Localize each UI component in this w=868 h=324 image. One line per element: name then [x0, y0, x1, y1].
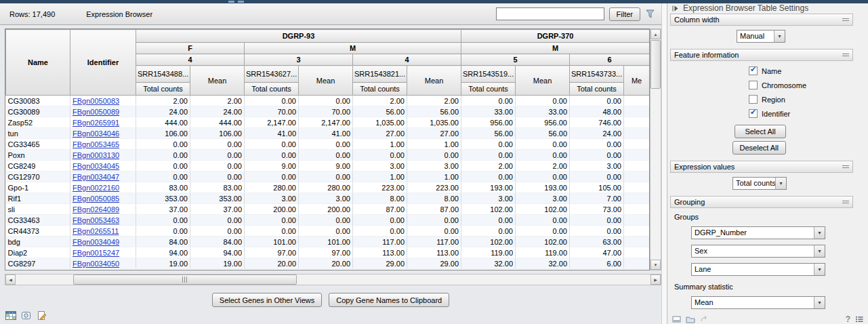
select-genes-button[interactable]: Select Genes in Other Views: [212, 293, 322, 307]
identifier-link[interactable]: FBgn0050083: [73, 97, 119, 105]
scroll-down-icon[interactable]: ▼: [650, 260, 661, 270]
total-counts-subheader[interactable]: Total counts: [570, 83, 624, 96]
saved-settings-folder-icon[interactable]: [686, 315, 695, 323]
checkbox-name[interactable]: ✔: [749, 66, 758, 75]
horizontal-scrollbar[interactable]: ◀ ▶: [5, 274, 661, 285]
table-row[interactable]: CG12970FBgn00340470.000.000.000.001.001.…: [6, 171, 650, 182]
table-row[interactable]: Gpo-1FBgn002216083.0083.00280.00280.0022…: [6, 182, 650, 193]
table-row[interactable]: CG33463FBgn00534630.000.000.000.000.000.…: [6, 215, 650, 226]
column-header-name[interactable]: Name: [6, 30, 70, 96]
table-row[interactable]: CG8297FBgn003405019.0019.0020.0020.0029.…: [6, 258, 650, 269]
feature-information-section-bar[interactable]: Feature information: [670, 49, 853, 61]
identifier-link[interactable]: FBgn0022160: [73, 184, 119, 192]
total-counts-subheader[interactable]: Total counts: [353, 83, 407, 96]
sample-column-header[interactable]: SRR1543627...: [245, 66, 299, 83]
group-header[interactable]: DGRP-370: [461, 30, 650, 43]
identifier-link[interactable]: FBgn0034045: [73, 162, 119, 170]
feature-checkbox-row[interactable]: ✔Identifier: [749, 106, 853, 121]
identifier-link[interactable]: FBgn0034046: [73, 129, 119, 138]
scroll-right-icon[interactable]: ▶: [650, 275, 661, 285]
panel-list-icon[interactable]: [855, 315, 863, 323]
filter-settings-icon[interactable]: [645, 9, 655, 19]
collapse-section-icon[interactable]: [842, 201, 849, 204]
total-counts-subheader[interactable]: Total counts: [461, 83, 516, 96]
table-row[interactable]: PoxnFBgn00031300.000.000.000.000.000.000…: [6, 150, 650, 161]
table-row[interactable]: bdgFBgn003404984.0084.00101.00101.00117.…: [6, 237, 650, 247]
checkbox-region[interactable]: [749, 95, 758, 104]
sex-header[interactable]: F: [136, 43, 245, 54]
lane-header[interactable]: 6: [570, 54, 650, 66]
edit-notes-icon[interactable]: [37, 310, 47, 321]
column-width-section-bar[interactable]: Column width: [670, 14, 853, 26]
identifier-link[interactable]: FBgn0053465: [73, 140, 119, 148]
table-row[interactable]: CG30083FBgn00500832.002.000.000.002.002.…: [6, 96, 650, 106]
table-row[interactable]: Zasp52FBgn0265991444.00444.002,147.002,1…: [6, 117, 650, 128]
lane-header[interactable]: 3: [245, 54, 353, 66]
table-row[interactable]: Rif1FBgn0050085353.00353.003.003.008.008…: [6, 193, 650, 204]
identifier-link[interactable]: FBgn0265511: [73, 227, 119, 235]
table-row[interactable]: CG33465FBgn00534650.000.000.000.001.001.…: [6, 139, 650, 150]
sex-header[interactable]: M: [245, 43, 461, 54]
copy-gene-names-button[interactable]: Copy Gene Names to Clipboard: [329, 293, 449, 307]
identifier-link[interactable]: FBgn0053463: [73, 216, 119, 224]
identifier-link[interactable]: FBgn0050089: [73, 108, 119, 116]
overview-icon[interactable]: [21, 310, 32, 321]
lane-header[interactable]: 4: [136, 54, 245, 66]
sample-column-header[interactable]: SRR1543821...: [353, 66, 407, 83]
identifier-link[interactable]: FBgn0034050: [73, 260, 119, 268]
column-width-select[interactable]: Manual ▾: [737, 30, 785, 43]
lane-header[interactable]: 4: [353, 54, 461, 66]
table-row[interactable]: CG8249FBgn00340450.000.009.009.003.003.0…: [6, 161, 650, 171]
mean-column-header[interactable]: Mean: [190, 66, 245, 96]
mean-column-header[interactable]: Mean: [299, 66, 353, 96]
table-row[interactable]: sliFBgn026408937.0037.00200.00200.0087.0…: [6, 204, 650, 215]
grouping-select[interactable]: Lane▾: [691, 263, 825, 276]
identifier-link[interactable]: FBgn0034049: [73, 238, 119, 246]
mean-column-header[interactable]: Me: [624, 66, 650, 96]
expression-values-select[interactable]: Total counts ▾: [732, 177, 787, 190]
table-row[interactable]: tunFBgn0034046106.00106.0041.0041.0027.0…: [6, 128, 650, 139]
total-counts-subheader[interactable]: Total counts: [245, 83, 299, 96]
expression-values-section-bar[interactable]: Expression values: [670, 161, 853, 173]
help-icon[interactable]: ?: [846, 315, 850, 324]
identifier-link[interactable]: FBgn0050085: [73, 195, 119, 203]
sample-column-header[interactable]: SRR1543488...: [136, 66, 190, 83]
table-row[interactable]: CR44373FBgn02655110.000.000.000.000.000.…: [6, 226, 650, 237]
group-header[interactable]: DGRP-93: [136, 30, 461, 43]
collapse-section-icon[interactable]: [842, 18, 849, 22]
mean-column-header[interactable]: Mean: [407, 66, 461, 96]
sample-column-header[interactable]: SRR1543733...: [570, 66, 624, 83]
grouping-select[interactable]: Sex▾: [691, 245, 825, 258]
panel-splitter[interactable]: [661, 3, 667, 324]
scroll-up-icon[interactable]: ▲: [650, 29, 661, 39]
identifier-link[interactable]: FBgn0034047: [73, 173, 119, 181]
feature-checkbox-row[interactable]: Chromosome: [749, 78, 853, 92]
feature-checkbox-row[interactable]: Region: [749, 92, 853, 106]
vertical-scrollbar[interactable]: ▲ ▼: [650, 28, 661, 270]
identifier-link[interactable]: FBgn0264089: [73, 205, 119, 214]
total-counts-subheader[interactable]: Total counts: [136, 83, 190, 96]
table-row[interactable]: Diap2FBgn001524794.0094.0097.0097.00113.…: [6, 247, 650, 258]
sex-header[interactable]: M: [461, 43, 650, 54]
collapse-panel-icon[interactable]: [671, 5, 679, 12]
collapse-section-icon[interactable]: [842, 54, 849, 57]
identifier-link[interactable]: FBgn0015247: [73, 249, 119, 257]
summary-statistic-select[interactable]: Mean ▾: [691, 296, 825, 309]
dock-panel-icon[interactable]: [672, 315, 681, 323]
table-row[interactable]: CG30089FBgn005008924.0024.0070.0070.0056…: [6, 106, 650, 117]
grouping-section-bar[interactable]: Grouping: [670, 196, 853, 208]
identifier-link[interactable]: FBgn0265991: [73, 119, 119, 127]
horizontal-scroll-thumb[interactable]: [73, 275, 297, 285]
vertical-scroll-thumb[interactable]: [650, 40, 661, 89]
feature-checkbox-row[interactable]: ✔Name: [749, 64, 853, 78]
scroll-left-icon[interactable]: ◀: [5, 275, 16, 285]
table-view-icon[interactable]: [5, 310, 16, 321]
checkbox-chromosome[interactable]: [749, 81, 758, 89]
select-all-button[interactable]: Select All: [735, 125, 786, 138]
column-header-identifier[interactable]: Identifier: [70, 30, 136, 96]
mean-column-header[interactable]: Mean: [516, 66, 570, 96]
lane-header[interactable]: 5: [461, 54, 570, 66]
identifier-link[interactable]: FBgn0003130: [73, 151, 119, 159]
checkbox-identifier[interactable]: ✔: [749, 109, 758, 118]
grouping-select[interactable]: DGRP_Number▾: [691, 226, 825, 239]
